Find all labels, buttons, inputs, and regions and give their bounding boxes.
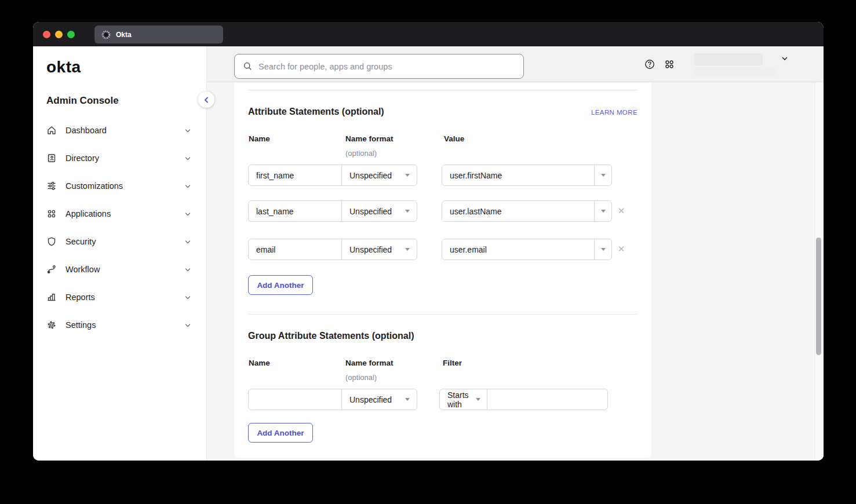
name-format-value: Unspecified	[349, 245, 392, 254]
filter-value-input[interactable]	[487, 389, 607, 410]
dropdown-arrow-icon	[601, 210, 606, 213]
gear-icon	[46, 320, 57, 330]
browser-window: Okta okta Admin Console Dashboard	[33, 22, 824, 461]
help-icon	[644, 59, 655, 70]
apps-grid-icon	[664, 59, 675, 70]
filter-type-select[interactable]: Starts with	[440, 389, 487, 410]
sidebar-item-label: Dashboard	[65, 126, 184, 135]
help-button[interactable]	[640, 54, 660, 74]
search-input[interactable]	[258, 62, 523, 71]
user-account-menu[interactable]	[694, 53, 789, 76]
browser-tab-okta[interactable]: Okta	[94, 25, 223, 43]
column-header-name-format: Name format	[345, 134, 394, 143]
filter-group: Starts with	[439, 389, 608, 410]
sidebar-item-customizations[interactable]: Customizations	[33, 172, 206, 200]
window-titlebar: Okta	[33, 22, 824, 46]
dropdown-arrow-icon	[405, 174, 410, 177]
add-another-attribute-button[interactable]: Add Another	[248, 275, 313, 295]
add-another-group-attribute-button[interactable]: Add Another	[248, 423, 313, 443]
sidebar-item-label: Customizations	[65, 181, 184, 191]
global-search[interactable]	[234, 54, 524, 79]
attribute-name-input[interactable]	[249, 201, 342, 221]
sidebar-item-applications[interactable]: Applications	[33, 200, 206, 228]
sidebar-item-reports[interactable]: Reports	[33, 283, 206, 311]
zoom-window-button[interactable]	[67, 31, 75, 38]
sidebar-item-label: Settings	[65, 320, 184, 330]
tab-title: Okta	[116, 31, 132, 39]
divider	[248, 90, 638, 90]
name-format-select[interactable]: Unspecified	[342, 201, 417, 221]
apps-dots-icon	[46, 209, 57, 219]
search-icon	[243, 61, 253, 71]
filter-type-value: Starts with	[447, 390, 476, 409]
value-dropdown-toggle[interactable]	[594, 239, 611, 260]
column-header-value: Value	[444, 134, 464, 143]
desktop-background: Okta okta Admin Console Dashboard	[0, 0, 856, 504]
sidebar-item-label: Directory	[65, 154, 184, 163]
divider	[248, 314, 638, 315]
attribute-value-input[interactable]	[442, 201, 594, 221]
minimize-window-button[interactable]	[55, 31, 63, 38]
scrollbar-thumb[interactable]	[816, 238, 821, 355]
name-format-select[interactable]: Unspecified	[342, 389, 417, 410]
close-window-button[interactable]	[43, 31, 50, 38]
shield-icon	[46, 236, 57, 247]
sidebar-item-workflow[interactable]: Workflow	[33, 255, 206, 283]
user-name-redacted	[694, 53, 763, 65]
scrollbar-track[interactable]	[815, 82, 824, 461]
column-header-name: Name	[249, 359, 270, 367]
attribute-name-input[interactable]	[249, 239, 342, 260]
learn-more-link[interactable]: LEARN MORE	[591, 109, 638, 116]
chevron-down-icon	[184, 294, 191, 301]
sidebar-collapse-button[interactable]	[198, 92, 214, 108]
name-format-group: Unspecified	[248, 389, 417, 410]
sidebar-item-label: Reports	[65, 293, 184, 302]
name-format-group: Unspecified	[248, 165, 417, 186]
sidebar: okta Admin Console Dashboard	[33, 46, 207, 461]
okta-logo: okta	[33, 58, 206, 76]
name-format-select[interactable]: Unspecified	[342, 239, 417, 260]
page-content: Attribute Statements (optional) LEARN MO…	[207, 82, 824, 461]
value-dropdown-toggle[interactable]	[594, 201, 611, 221]
column-header-name: Name	[249, 134, 270, 143]
dropdown-arrow-icon	[405, 248, 410, 251]
admin-console-title: Admin Console	[33, 95, 206, 107]
workflow-icon	[46, 264, 57, 275]
attribute-name-input[interactable]	[249, 165, 342, 185]
main-area: Attribute Statements (optional) LEARN MO…	[207, 46, 824, 461]
value-combobox	[442, 200, 612, 222]
value-dropdown-toggle[interactable]	[594, 165, 611, 185]
bar-chart-icon	[46, 292, 57, 302]
sliders-icon	[46, 181, 57, 191]
chevron-down-icon	[184, 322, 191, 328]
sidebar-nav: Dashboard Directory	[33, 116, 206, 339]
traffic-lights	[43, 31, 75, 38]
chevron-down-icon	[184, 266, 191, 273]
chevron-down-icon	[184, 155, 191, 162]
apps-menu-button[interactable]	[660, 54, 679, 74]
attribute-value-input[interactable]	[442, 239, 594, 260]
dropdown-arrow-icon	[405, 398, 410, 401]
attribute-value-input[interactable]	[442, 165, 594, 185]
remove-row-button[interactable]: ✕	[615, 243, 627, 255]
sidebar-item-directory[interactable]: Directory	[33, 144, 206, 172]
group-attribute-statements-title: Group Attribute Statements (optional)	[248, 331, 414, 341]
column-note-optional: (optional)	[345, 373, 377, 382]
home-icon	[46, 125, 57, 136]
value-combobox	[442, 165, 612, 186]
sidebar-item-settings[interactable]: Settings	[33, 311, 206, 339]
name-format-group: Unspecified	[248, 239, 417, 260]
dropdown-arrow-icon	[601, 174, 606, 177]
sidebar-item-label: Workflow	[65, 265, 184, 274]
sidebar-item-dashboard[interactable]: Dashboard	[33, 116, 206, 144]
chevron-down-icon	[781, 54, 789, 63]
column-header-filter: Filter	[443, 359, 462, 367]
chevron-down-icon	[184, 182, 191, 189]
okta-favicon-icon	[101, 30, 111, 39]
sidebar-item-security[interactable]: Security	[33, 228, 206, 255]
dropdown-arrow-icon	[601, 248, 606, 251]
remove-row-button[interactable]: ✕	[615, 205, 627, 217]
attribute-statements-title: Attribute Statements (optional)	[248, 107, 384, 117]
group-name-input[interactable]	[249, 389, 342, 410]
name-format-select[interactable]: Unspecified	[342, 165, 417, 185]
